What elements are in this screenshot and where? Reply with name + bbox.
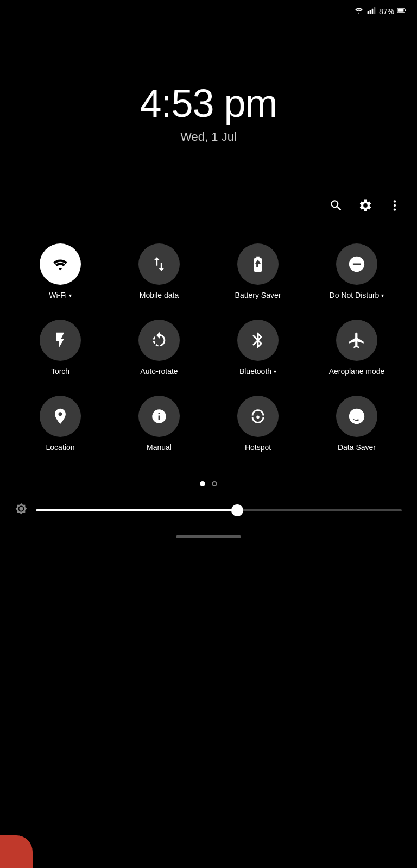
tile-manual[interactable]: Manual xyxy=(110,387,208,463)
qs-toolbar xyxy=(0,198,417,216)
status-bar: 87% xyxy=(0,0,417,16)
svg-point-9 xyxy=(394,208,396,210)
brightness-bar xyxy=(0,492,417,529)
tile-auto-rotate[interactable]: Auto-rotate xyxy=(110,311,208,387)
clock-time: 4:53 pm xyxy=(140,81,277,126)
svg-point-7 xyxy=(394,200,396,202)
tile-data-saver[interactable]: Data Saver xyxy=(307,387,406,463)
svg-rect-0 xyxy=(368,11,369,14)
battery-percent: 87% xyxy=(379,7,394,16)
tile-location-label: Location xyxy=(46,442,75,452)
tile-data-saver-label: Data Saver xyxy=(338,442,376,452)
tile-location[interactable]: Location xyxy=(11,387,110,463)
clock-area: 4:53 pm Wed, 1 Jul xyxy=(0,81,417,144)
tile-data-saver-circle xyxy=(336,396,377,437)
tile-torch-label: Torch xyxy=(51,366,70,376)
tile-mobile-data-label: Mobile data xyxy=(140,290,179,300)
tile-wifi[interactable]: Wi-Fi ▾ xyxy=(11,235,110,311)
tile-hotspot-circle xyxy=(237,396,279,437)
tile-bluetooth-label: Bluetooth ▾ xyxy=(239,366,276,376)
wifi-status-icon xyxy=(354,7,364,16)
signal-icon xyxy=(367,7,376,16)
page-dot-2[interactable] xyxy=(212,481,217,486)
tile-hotspot[interactable]: Hotspot xyxy=(208,387,307,463)
status-icons: 87% xyxy=(354,7,406,16)
search-button[interactable] xyxy=(329,198,343,216)
svg-point-8 xyxy=(394,204,396,207)
page-dot-1[interactable] xyxy=(200,481,205,486)
tile-aeroplane-circle xyxy=(336,320,377,361)
tile-do-not-disturb[interactable]: Do Not Disturb ▾ xyxy=(307,235,406,311)
red-corner-accent xyxy=(0,835,33,868)
settings-button[interactable] xyxy=(358,198,372,216)
tile-bluetooth[interactable]: Bluetooth ▾ xyxy=(208,311,307,387)
battery-icon xyxy=(397,7,406,16)
tile-hotspot-label: Hotspot xyxy=(245,442,271,452)
brightness-icon xyxy=(15,503,27,518)
home-indicator xyxy=(0,529,417,542)
tile-auto-rotate-circle xyxy=(138,320,180,361)
tile-mobile-data-circle xyxy=(138,243,180,285)
page-indicator xyxy=(0,481,417,486)
more-options-button[interactable] xyxy=(388,198,402,216)
tile-manual-circle xyxy=(138,396,180,437)
tile-battery-saver-circle xyxy=(237,243,279,285)
svg-rect-1 xyxy=(370,10,371,14)
tile-dnd-label: Do Not Disturb ▾ xyxy=(330,290,384,300)
tile-aeroplane-label: Aeroplane mode xyxy=(329,366,385,376)
home-bar xyxy=(176,535,241,538)
tile-location-circle xyxy=(40,396,81,437)
brightness-fill xyxy=(36,509,237,511)
tile-bluetooth-circle xyxy=(237,320,279,361)
tile-manual-label: Manual xyxy=(147,442,172,452)
clock-date: Wed, 1 Jul xyxy=(180,130,237,144)
tile-dnd-circle xyxy=(336,243,377,285)
svg-rect-5 xyxy=(405,9,406,11)
tile-torch-circle xyxy=(40,320,81,361)
tile-battery-saver[interactable]: Battery Saver xyxy=(208,235,307,311)
brightness-thumb[interactable] xyxy=(231,504,243,516)
tile-aeroplane-mode[interactable]: Aeroplane mode xyxy=(307,311,406,387)
tile-torch[interactable]: Torch xyxy=(11,311,110,387)
tile-battery-saver-label: Battery Saver xyxy=(235,290,281,300)
brightness-track[interactable] xyxy=(36,509,402,511)
tile-wifi-label: Wi-Fi ▾ xyxy=(49,290,72,300)
svg-rect-3 xyxy=(374,7,376,14)
qs-grid: Wi-Fi ▾ Mobile data Battery Saver xyxy=(0,222,417,464)
svg-rect-6 xyxy=(398,9,403,12)
tile-mobile-data[interactable]: Mobile data xyxy=(110,235,208,311)
svg-rect-2 xyxy=(372,9,374,14)
tile-wifi-circle xyxy=(40,243,81,285)
tile-auto-rotate-label: Auto-rotate xyxy=(140,366,178,376)
